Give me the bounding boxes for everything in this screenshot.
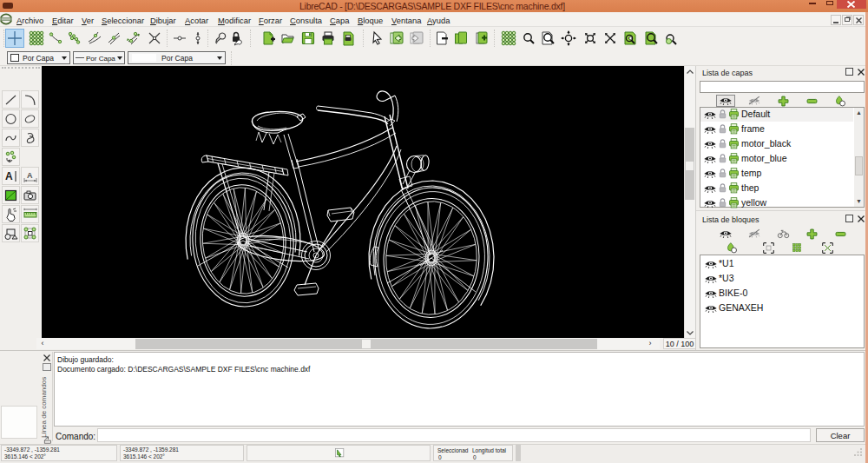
svg-text:A: A	[27, 171, 33, 180]
svg-text:A: A	[5, 170, 13, 182]
